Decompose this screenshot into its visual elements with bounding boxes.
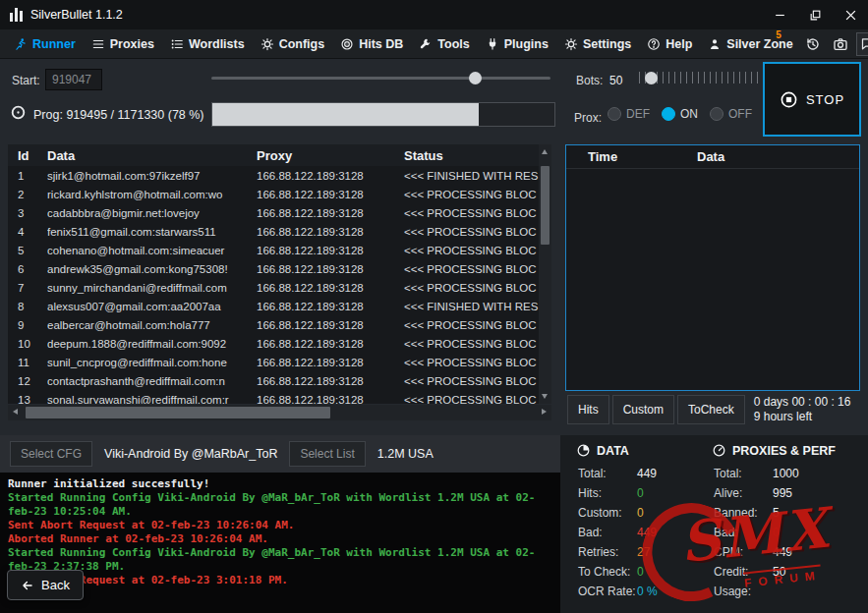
- history-button[interactable]: [801, 32, 825, 56]
- cell-status: <<< PROCESSING BLOC: [404, 263, 539, 275]
- cell-status: <<< PROCESSING BLOC: [404, 282, 539, 294]
- minimize-button[interactable]: [762, 0, 797, 29]
- table-row[interactable]: 2rickard.kyhlstrom@hotmail.com:wo166.88.…: [8, 185, 539, 203]
- prox-off-radio[interactable]: OFF: [710, 107, 752, 121]
- col-status: Status: [404, 148, 539, 163]
- col-data: Data: [697, 149, 859, 164]
- close-icon: [843, 8, 858, 23]
- scroll-down-arrow[interactable]: [542, 394, 548, 399]
- table-row[interactable]: 12contactprashanth@rediffmail.com:n166.8…: [8, 371, 539, 390]
- nav-settings[interactable]: Settings: [556, 29, 639, 58]
- camera-button[interactable]: [829, 32, 852, 56]
- chat-button[interactable]: [856, 32, 868, 56]
- bots-slider[interactable]: [639, 71, 759, 84]
- wordlist-name: 1.2M USA: [377, 447, 434, 461]
- start-slider-thumb[interactable]: [469, 72, 482, 84]
- scroll-right-arrow[interactable]: [542, 409, 547, 415]
- history-icon: [805, 36, 821, 52]
- cell-proxy: 166.88.122.189:3128: [257, 394, 404, 405]
- start-slider[interactable]: [211, 71, 550, 84]
- prog-label: Prog:: [33, 108, 63, 122]
- titlebar: SilverBullet 1.1.2: [0, 0, 868, 29]
- stat-row: Alive:995: [708, 483, 867, 503]
- stat-label: Total:: [578, 467, 637, 480]
- tab-tocheck[interactable]: ToCheck: [677, 395, 745, 424]
- scroll-left-arrow[interactable]: [13, 409, 18, 415]
- table-row[interactable]: 13sonal.suryawanshi@rediffmail.com:r166.…: [8, 390, 539, 404]
- maximize-icon: [809, 9, 822, 22]
- cell-proxy: 166.88.122.189:3128: [257, 226, 404, 238]
- nav-plugins[interactable]: Plugins: [478, 29, 556, 58]
- nav-label: Proxies: [110, 37, 154, 51]
- camera-icon: [833, 36, 848, 52]
- horizontal-scroll-thumb[interactable]: [26, 407, 330, 418]
- data-stats-header: DATA: [572, 443, 710, 458]
- cell-id: 3: [18, 207, 47, 219]
- stat-label: Custom:: [578, 506, 637, 520]
- gauge-icon: [712, 443, 726, 458]
- progress-bar: [211, 102, 555, 127]
- table-row[interactable]: 7sunny_mirchandani@rediffmail.com166.88.…: [8, 278, 539, 297]
- table-row[interactable]: 8alexsus007@gmail.com:aa2007aa166.88.122…: [8, 297, 539, 315]
- prox-on-radio[interactable]: ON: [662, 107, 698, 121]
- radio-label: OFF: [728, 107, 752, 121]
- nav-hits-db[interactable]: Hits DB: [332, 29, 411, 58]
- select-list-button[interactable]: Select List: [289, 441, 365, 467]
- config-name: Viki-Android By @MaRbAr_ToR: [104, 447, 277, 461]
- tab-hits[interactable]: Hits: [567, 395, 609, 424]
- nav-runner[interactable]: Runner: [6, 29, 84, 58]
- stat-value: 449: [773, 545, 867, 559]
- log-line: Started Running Config Viki-Android By @…: [8, 491, 552, 519]
- nav-configs[interactable]: Configs: [253, 29, 333, 58]
- close-button[interactable]: [833, 0, 868, 29]
- table-row[interactable]: 4fenix511@gmail.com:starwars511166.88.12…: [8, 222, 539, 241]
- horizontal-scrollbar[interactable]: [8, 405, 551, 420]
- cell-status: <<< PROCESSING BLOC: [404, 394, 539, 405]
- select-cfg-button[interactable]: Select CFG: [10, 441, 92, 467]
- table-row[interactable]: 3cadabbbra@bigmir.net:lovejoy166.88.122.…: [8, 203, 539, 222]
- stat-label: Total:: [714, 467, 773, 480]
- vertical-scroll-thumb[interactable]: [541, 166, 550, 245]
- nav-tools[interactable]: Tools: [411, 29, 477, 58]
- start-input[interactable]: [45, 69, 102, 90]
- table-row[interactable]: 11sunil_cncprog@rediffmail.com:hone166.8…: [8, 353, 539, 371]
- back-button[interactable]: Back: [7, 570, 84, 600]
- minimize-icon: [774, 9, 786, 22]
- stat-label: To Check:: [578, 565, 637, 579]
- vertical-scrollbar[interactable]: [539, 144, 551, 404]
- table-row[interactable]: 1sjirk1@hotmail.com:97ikzelf97166.88.122…: [8, 166, 539, 185]
- record-icon[interactable]: [10, 104, 27, 124]
- stat-value: 0: [637, 486, 710, 500]
- cell-status: <<< PROCESSING BLOC: [404, 226, 539, 238]
- table-row[interactable]: 5cohenano@hotmail.com:simeacuer166.88.12…: [8, 241, 539, 259]
- bots-slider-thumb[interactable]: [645, 72, 658, 84]
- scroll-up-arrow[interactable]: [542, 149, 548, 154]
- maximize-button[interactable]: [797, 0, 833, 29]
- tab-custom[interactable]: Custom: [612, 395, 674, 424]
- cell-proxy: 166.88.122.189:3128: [257, 282, 404, 294]
- cell-data: sunil_cncprog@rediffmail.com:hone: [47, 357, 257, 368]
- nav-help[interactable]: Help: [639, 29, 700, 58]
- stat-value: 5: [773, 506, 867, 520]
- table-row[interactable]: 10deepum.1888@rediffmail.com:9092166.88.…: [8, 334, 539, 353]
- cell-id: 2: [18, 189, 47, 200]
- stat-row: Credit:50: [708, 562, 867, 582]
- col-time: Time: [566, 149, 697, 164]
- table-row[interactable]: 6andrewk35@gmail.com:kong75308!166.88.12…: [8, 259, 539, 278]
- table-row[interactable]: 9ealbercar@hotmail.com:hola777166.88.122…: [8, 315, 539, 334]
- results-table: Id Data Proxy Status 1sjirk1@hotmail.com…: [8, 144, 539, 404]
- bots-label: Bots:: [576, 74, 603, 87]
- nav-proxies[interactable]: Proxies: [84, 29, 162, 58]
- stat-label: OCR Rate:: [578, 585, 637, 598]
- proxies-icon: [91, 37, 105, 51]
- nav-silver-zone[interactable]: Silver Zone 5: [700, 29, 800, 58]
- prox-def-radio[interactable]: DEF: [608, 107, 650, 121]
- nav-wordlists[interactable]: Wordlists: [162, 29, 253, 58]
- cell-id: 7: [18, 282, 47, 294]
- cell-id: 11: [18, 357, 47, 368]
- stop-button[interactable]: STOP: [763, 62, 861, 137]
- cell-id: 1: [18, 170, 47, 182]
- cell-proxy: 166.88.122.189:3128: [257, 357, 404, 368]
- cell-status: <<< PROCESSING BLOC: [404, 207, 539, 219]
- elapsed-time: 0 days 00 : 00 : 16: [754, 395, 851, 410]
